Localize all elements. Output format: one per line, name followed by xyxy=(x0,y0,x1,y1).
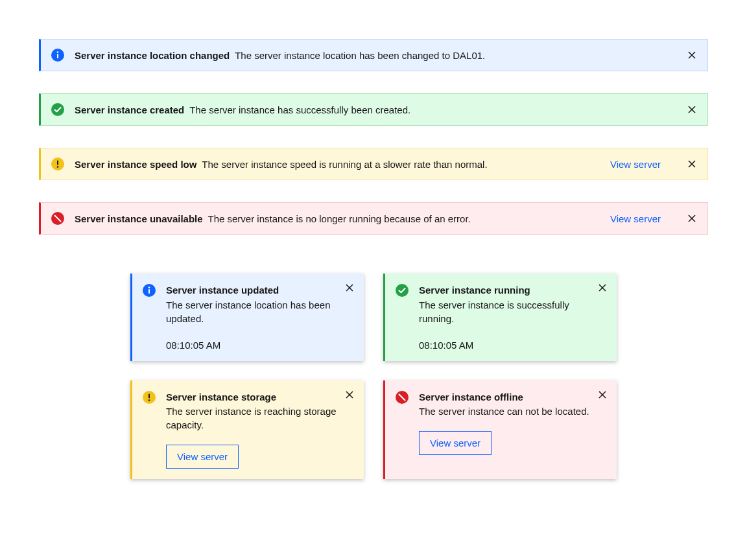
toast-title: Server instance offline xyxy=(419,391,606,404)
view-server-link[interactable]: View server xyxy=(610,159,661,170)
close-button[interactable] xyxy=(344,283,355,293)
notification-message: The server instance has successfully bee… xyxy=(189,104,410,115)
notification-content: Server instance unavailable The server i… xyxy=(75,212,595,226)
close-button[interactable] xyxy=(687,213,697,224)
notification-content: Server instance location changed The ser… xyxy=(75,49,676,62)
notification-title: Server instance speed low xyxy=(75,159,196,170)
warning-icon xyxy=(143,391,156,469)
toast-notification-success: Server instance running The server insta… xyxy=(383,274,617,361)
close-button[interactable] xyxy=(687,159,697,169)
toast-title: Server instance storage xyxy=(166,391,353,404)
inline-notification-success: Server instance created The server insta… xyxy=(39,93,708,126)
close-button[interactable] xyxy=(597,390,608,400)
toast-notification-error: Server instance offline The server insta… xyxy=(383,380,617,480)
notification-message: The server instance location has been ch… xyxy=(235,50,485,61)
checkmark-icon xyxy=(396,284,409,351)
toast-title: Server instance running xyxy=(419,284,606,297)
warning-icon xyxy=(51,158,64,170)
notification-message: The server instance speed is running at … xyxy=(202,159,487,170)
inline-notifications: Server instance location changed The ser… xyxy=(39,39,708,235)
toast-timestamp: 08:10:05 AM xyxy=(166,340,353,351)
close-button[interactable] xyxy=(687,104,697,115)
inline-notification-info: Server instance location changed The ser… xyxy=(39,39,708,71)
view-server-button[interactable]: View server xyxy=(419,431,492,455)
notification-content: Server instance speed low The server ins… xyxy=(75,158,595,171)
toast-message: The server instance location has been up… xyxy=(166,298,353,325)
notification-title: Server instance location changed xyxy=(75,50,230,61)
notification-content: Server instance created The server insta… xyxy=(75,103,676,117)
notification-title: Server instance created xyxy=(75,104,184,115)
close-button[interactable] xyxy=(687,50,697,60)
checkmark-icon xyxy=(51,103,64,116)
info-icon xyxy=(51,49,64,62)
notification-title: Server instance unavailable xyxy=(75,213,203,224)
inline-notification-warning: Server instance speed low The server ins… xyxy=(39,148,708,180)
error-icon xyxy=(51,212,64,225)
toast-timestamp: 08:10:05 AM xyxy=(419,340,606,351)
error-icon xyxy=(396,391,409,469)
notification-message: The server instance is no longer running… xyxy=(208,213,471,224)
close-button[interactable] xyxy=(344,390,355,400)
toast-message: The server instance is reaching storage … xyxy=(166,404,353,432)
info-icon xyxy=(143,284,156,351)
view-server-link[interactable]: View server xyxy=(610,213,661,224)
close-button[interactable] xyxy=(597,283,608,293)
toast-message: The server instance can not be located. xyxy=(419,404,606,418)
toast-message: The server instance is successfully runn… xyxy=(419,298,606,325)
toast-notification-warning: Server instance storage The server insta… xyxy=(130,380,364,480)
inline-notification-error: Server instance unavailable The server i… xyxy=(39,202,708,235)
toast-title: Server instance updated xyxy=(166,284,353,297)
view-server-button[interactable]: View server xyxy=(166,445,239,469)
toast-notifications: Server instance updated The server insta… xyxy=(39,274,708,479)
toast-notification-info: Server instance updated The server insta… xyxy=(130,274,364,361)
